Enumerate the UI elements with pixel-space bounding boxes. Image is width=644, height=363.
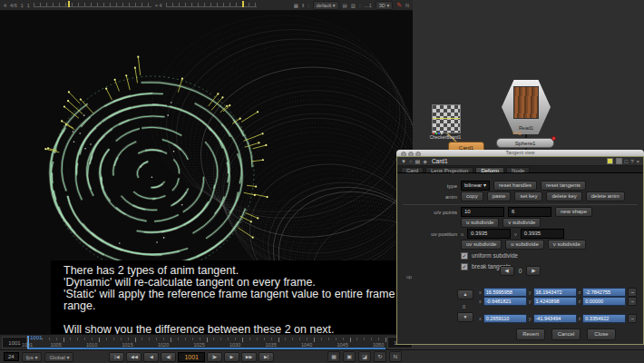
normals-icon[interactable]: N — [389, 351, 402, 362]
close-panel-icon[interactable]: × — [636, 158, 639, 165]
gain-slider-handle[interactable] — [68, 1, 70, 7]
tangent-value-field[interactable]: 16.5995958 — [483, 288, 527, 297]
animation-curve-icon[interactable]: ~ — [628, 314, 637, 323]
gain-value[interactable]: 1 — [21, 3, 24, 8]
axis-prefix: x — [479, 299, 482, 304]
cancel-button[interactable]: Cancel — [551, 329, 581, 340]
v-position-field[interactable]: 0.3935 — [521, 229, 564, 239]
row-icon[interactable]: ▥ — [351, 3, 356, 8]
prev-point-button[interactable]: ◀ — [500, 266, 514, 276]
transport-button--[interactable]: ◀ — [143, 352, 159, 362]
lock-icon[interactable]: ◪ — [358, 351, 371, 362]
panel-circle-icon[interactable]: ○ — [409, 158, 413, 165]
sphere-node[interactable]: Sphere1 — [496, 138, 554, 148]
anim-set-key-button[interactable]: set key — [514, 191, 542, 201]
next-point-button[interactable]: ▶ — [526, 266, 541, 276]
transport-button--[interactable]: ◀| — [161, 352, 176, 362]
tangent-value-field[interactable]: -41.943494 — [533, 314, 577, 323]
between-index: 0 — [463, 304, 465, 309]
tangent-value-field[interactable]: -0.6481821 — [483, 297, 527, 306]
normals-toggle-icon[interactable]: N — [405, 3, 409, 8]
current-frame-field[interactable]: 1001 — [178, 352, 205, 362]
tangent-value-field[interactable]: 1.4240898 — [533, 297, 577, 306]
tab-deform[interactable]: Deform — [475, 167, 504, 172]
tangent-value-field[interactable]: 0.00000 — [582, 297, 626, 306]
pause-icon[interactable]: ‖ — [302, 3, 304, 8]
uv-subdivide-button[interactable]: uv subdivide — [461, 240, 502, 250]
node-color-swatch[interactable] — [607, 158, 613, 164]
tangent-value-field[interactable]: 0.2659110 — [483, 314, 527, 323]
type-label: type — [403, 183, 457, 189]
properties-floating-window[interactable]: Tangent view ▼ ○ ▤ ◈ Card1 □ ? × CardLen… — [396, 150, 644, 345]
transport-button[interactable]: ▶ — [224, 352, 239, 362]
v-points-field[interactable]: 6 — [508, 207, 551, 217]
gain-slider[interactable] — [34, 3, 151, 7]
animation-curve-icon[interactable]: ~ — [628, 288, 637, 297]
timeline[interactable]: 1001 1001 100110051010101510201025103010… — [0, 334, 413, 350]
u-position-field[interactable]: 0.3935 — [467, 229, 511, 239]
timeline-tick — [356, 338, 357, 340]
tangent-up-button[interactable]: ▲ — [457, 289, 473, 299]
u-points-field[interactable]: 10 — [461, 207, 504, 217]
tab-card[interactable]: Card — [401, 167, 424, 172]
frame-range-mode-dropdown[interactable]: Global ▾ — [44, 352, 73, 362]
grid-icon[interactable]: ▦ — [327, 351, 340, 362]
viewer-3d-viewport[interactable]: 4 4/6 1 1 × 4 ▦ ‖ | default ▾ ▤ ▥ | ‥.1 … — [0, 0, 413, 334]
transport-button[interactable]: |▶ — [207, 352, 222, 362]
anim-copy-button[interactable]: copy — [461, 191, 483, 201]
gamma-value[interactable]: 1 — [27, 3, 30, 8]
panel-image-icon[interactable]: ▤ — [415, 158, 421, 165]
tangent-value-field[interactable]: 16.1943472 — [533, 288, 577, 297]
v-subdivide-button[interactable]: v subdivide — [548, 240, 586, 250]
grid-icon[interactable]: ▦ — [294, 3, 298, 8]
checkerboard-node-label: CheckerBoard1 — [417, 134, 473, 140]
panel-node-icon: ◈ — [423, 158, 427, 165]
reset-handles-button[interactable]: reset handles — [493, 181, 537, 191]
transport-button[interactable]: ▶▶ — [241, 352, 257, 362]
u-subdivide-button[interactable]: u subdivide — [505, 240, 543, 250]
gamma-slider-handle[interactable] — [242, 1, 244, 7]
tangent-value-field[interactable]: -2.7842755 — [582, 288, 626, 297]
anim-delete-key-button[interactable]: delete key — [546, 191, 581, 201]
anim-paste-button[interactable]: paste — [487, 191, 512, 201]
fps-field[interactable]: 24 — [4, 352, 19, 361]
roi-pencil-icon[interactable]: ✎ — [396, 2, 402, 9]
close-button[interactable]: Close — [587, 329, 616, 340]
transport-button--[interactable]: |◀ — [109, 352, 124, 362]
layer-select-dropdown[interactable]: default ▾ — [313, 1, 339, 10]
stack-icon[interactable]: ▤ — [343, 3, 347, 8]
panel-menu-icon[interactable]: ▼ — [401, 158, 406, 165]
gamma-slider[interactable] — [166, 3, 257, 7]
timeline-ruler[interactable]: 1001 10011005101010151020102510301035104… — [27, 335, 385, 350]
reset-tangents-button[interactable]: reset tangents — [541, 181, 586, 191]
checkerboard-node[interactable] — [432, 104, 461, 133]
revert-button[interactable]: Revert — [516, 329, 545, 340]
tangent-value-field[interactable]: 0.3354922 — [582, 314, 626, 323]
timeline-tick — [378, 338, 379, 340]
type-dropdown[interactable]: bilinear ▾ — [461, 181, 490, 191]
animation-curve-icon[interactable]: ~ — [628, 297, 637, 306]
gl-color-swatch[interactable] — [616, 158, 622, 164]
tab-lens-projection[interactable]: Lens Projection — [425, 167, 473, 172]
timeline-tick — [371, 338, 372, 340]
window-titlebar[interactable]: Tangent view — [396, 150, 644, 156]
refresh-icon[interactable]: ↻ — [374, 351, 386, 362]
tangent-down-button[interactable]: ▼ — [457, 312, 473, 322]
anim-delete-anim-button[interactable]: delete anim — [586, 191, 625, 201]
tutorial-text-overlay: There has 2 types of anim tangent.'Dynam… — [51, 260, 413, 334]
downres-label[interactable]: ‥.1 — [365, 3, 372, 8]
new-shape-button[interactable]: new shape — [555, 207, 592, 217]
transport-button[interactable]: ▶| — [259, 352, 274, 362]
transport-button--[interactable]: ◀◀ — [126, 352, 141, 362]
help-icon[interactable]: ? — [630, 158, 633, 165]
snap-icon[interactable]: ▣ — [343, 351, 356, 362]
u-subdivide-button[interactable]: u subdivide — [461, 218, 499, 228]
float-window-icon[interactable]: □ — [625, 158, 629, 165]
tab-node[interactable]: Node — [506, 167, 530, 172]
v-subdivide-button[interactable]: v subdivide — [503, 218, 541, 228]
view-mode-dropdown[interactable]: 3D ▾ — [376, 1, 393, 10]
fps-dropdown[interactable]: fps ▾ — [22, 352, 43, 362]
panel-node-name[interactable]: Card1 — [432, 158, 448, 164]
viewer-buffer-token[interactable]: 4 — [4, 3, 6, 8]
uniform-subdivide-checkbox[interactable]: ✓ — [461, 252, 468, 260]
